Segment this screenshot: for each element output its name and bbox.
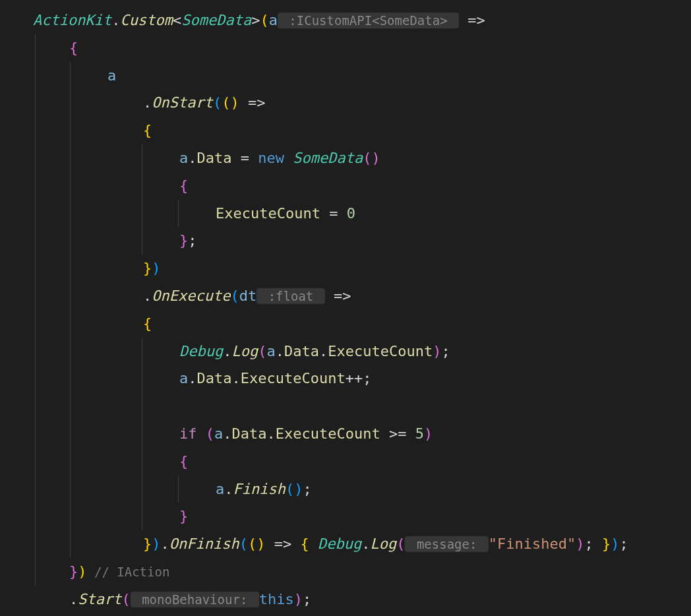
punct-token: .: [266, 425, 275, 442]
paren-token: (: [258, 343, 266, 359]
code-line[interactable]: ActionKit.Custom<SomeData>(a :ICustomAPI…: [33, 7, 691, 34]
variable-token: a: [179, 370, 188, 386]
code-line[interactable]: .OnStart(() =>: [33, 89, 691, 117]
punct-token: ;: [585, 536, 593, 552]
code-line[interactable]: .OnExecute(dt :float =>: [33, 282, 691, 310]
paren-token: (: [206, 425, 214, 442]
code-line[interactable]: if (a.Data.ExecuteCount >= 5): [33, 420, 691, 448]
brace-token: {: [300, 536, 309, 552]
paren-token: (: [239, 536, 248, 552]
inlay-hint: :float: [256, 288, 325, 304]
string-token: "Finished": [489, 536, 576, 552]
method-token: OnFinish: [169, 536, 239, 552]
punct-token: =: [320, 205, 347, 222]
method-token: OnStart: [152, 94, 213, 111]
punct-token: ;: [303, 481, 311, 497]
punct-token: .: [223, 343, 231, 359]
code-line[interactable]: };: [33, 227, 691, 255]
code-line[interactable]: {: [33, 34, 691, 62]
type-token: Debug: [318, 536, 361, 552]
paren-token: ): [256, 536, 265, 552]
property-token: Data: [284, 343, 319, 359]
paren-token: ): [611, 536, 619, 552]
brace-token: {: [143, 315, 152, 332]
variable-token: a: [179, 150, 188, 166]
paren-token: ): [78, 563, 86, 580]
paren-token: (: [260, 12, 268, 28]
brace-token: }: [179, 508, 188, 524]
punct-token: .: [276, 343, 284, 359]
code-line[interactable]: a.Data.ExecuteCount++;: [33, 365, 691, 392]
punct-token: .: [231, 370, 240, 386]
keyword-token: if: [179, 425, 197, 442]
inlay-hint: message:: [405, 536, 488, 552]
punct-token: .: [143, 94, 152, 111]
code-line[interactable]: {: [33, 310, 691, 338]
punct-token: .: [69, 591, 78, 607]
property-token: Data: [197, 370, 232, 386]
paren-token: ): [152, 260, 160, 276]
brace-token: }: [179, 232, 188, 249]
code-line[interactable]: }: [33, 503, 691, 530]
punct-token: .: [143, 288, 152, 304]
property-token: Data: [197, 150, 232, 166]
code-line[interactable]: }) // IAction: [33, 558, 691, 586]
method-token: Finish: [233, 481, 285, 497]
punct-token: .: [161, 536, 169, 552]
keyword-token: new: [258, 150, 284, 166]
punct-token: >=: [380, 425, 415, 442]
code-line[interactable]: .Start( monoBehaviour: this);: [33, 586, 691, 613]
punct-token: ;: [441, 343, 450, 359]
type-token: Debug: [179, 343, 223, 359]
type-token: ActionKit: [33, 12, 111, 28]
type-token: SomeData: [181, 12, 251, 28]
paren-token: (: [222, 94, 230, 111]
method-token: Start: [78, 591, 121, 607]
param-token: a: [269, 12, 278, 28]
punct-token: .: [111, 12, 120, 28]
punct-token: =: [231, 150, 258, 166]
code-line[interactable]: ExecuteCount = 0: [33, 200, 691, 228]
punct-token: =>: [265, 536, 300, 552]
punct-token: .: [188, 150, 196, 166]
brace-token: {: [143, 122, 152, 139]
property-token: ExecuteCount: [216, 205, 320, 222]
number-token: 0: [347, 205, 355, 222]
punct-token: .: [319, 343, 328, 359]
code-line[interactable]: a.Data = new SomeData(): [33, 144, 691, 172]
paren-token: ): [230, 94, 239, 111]
paren-token: (: [285, 481, 294, 497]
punct-token: =>: [459, 12, 485, 28]
brace-token: {: [69, 40, 78, 56]
comment-token: // IAction: [87, 565, 170, 579]
paren-token: ): [424, 425, 433, 442]
variable-token: a: [216, 481, 224, 497]
code-line[interactable]: {: [33, 117, 691, 144]
code-editor-content[interactable]: ActionKit.Custom<SomeData>(a :ICustomAPI…: [33, 7, 691, 613]
punct-token: ;: [620, 536, 628, 552]
code-line[interactable]: Debug.Log(a.Data.ExecuteCount);: [33, 338, 691, 365]
inlay-hint: monoBehaviour:: [131, 592, 259, 607]
variable-token: a: [266, 343, 275, 359]
paren-token: ): [371, 150, 380, 166]
code-line[interactable]: a: [33, 62, 691, 90]
code-line[interactable]: }).OnFinish(() => { Debug.Log( message: …: [33, 530, 691, 558]
code-line[interactable]: a.Finish();: [33, 476, 691, 503]
method-token: OnExecute: [152, 288, 230, 304]
paren-token: (: [248, 536, 256, 552]
number-token: 5: [415, 425, 424, 442]
brace-token: }: [143, 536, 152, 552]
code-line[interactable]: {: [33, 448, 691, 476]
code-line[interactable]: [33, 392, 691, 420]
code-line[interactable]: }): [33, 255, 691, 282]
paren-token: (: [121, 591, 130, 607]
paren-token: (: [396, 536, 405, 552]
property-token: ExecuteCount: [241, 370, 346, 386]
variable-token: a: [107, 67, 116, 84]
punct-token: >: [251, 12, 260, 28]
property-token: ExecuteCount: [276, 425, 380, 442]
code-line[interactable]: {: [33, 172, 691, 200]
keyword-token: this: [259, 591, 294, 607]
brace-token: {: [179, 177, 188, 194]
punct-token: =>: [325, 288, 351, 304]
